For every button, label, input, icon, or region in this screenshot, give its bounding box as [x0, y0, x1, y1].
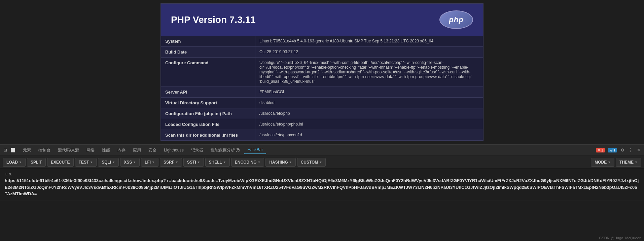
hackbar-btn-lfi[interactable]: LFI▼: [141, 158, 158, 167]
hackbar-mode-theme: MODE ▼ THEME ▼: [591, 158, 641, 167]
mode-button[interactable]: MODE ▼: [591, 158, 614, 167]
table-row: Configure Command'./configure' '--build=…: [161, 58, 483, 87]
hackbar-btn-arrow: ▼: [289, 161, 292, 164]
hackbar-btn-arrow: ▼: [152, 161, 155, 164]
phpinfo-table: SystemLinux bf705831e44b 5.4.0-163-gener…: [161, 36, 483, 141]
hackbar-btn-arrow: ▼: [223, 161, 226, 164]
table-row: Build DateOct 25 2019 03:27:12: [161, 47, 483, 58]
hackbar-btn-label: EXECUTE: [51, 160, 70, 165]
devtools-tab-Lighthouse[interactable]: Lighthouse: [160, 146, 187, 154]
devtools-tab-安全[interactable]: 安全: [145, 146, 160, 154]
devtools-tab-性能[interactable]: 性能: [99, 146, 113, 154]
row-value: Oct 25 2019 03:27:12: [255, 47, 483, 58]
devtools-tab-内存[interactable]: 内存: [114, 146, 129, 154]
phpinfo-title: PHP Version 7.3.11: [171, 14, 256, 25]
hackbar-btn-label: SPLIT: [31, 160, 42, 165]
device-icon[interactable]: ⬜: [10, 147, 15, 153]
theme-button[interactable]: THEME ▼: [616, 158, 641, 167]
hackbar-btn-arrow: ▼: [257, 161, 260, 164]
row-value: FPM/FastCGI: [255, 87, 483, 98]
hackbar-buttons: LOAD▼SPLITEXECUTETEST▼SQLI▼XSS▼LFI▼SSRF▼…: [3, 158, 326, 167]
row-label: Configuration File (php.ini) Path: [161, 108, 255, 119]
hackbar-btn-ssti[interactable]: SSTI▼: [183, 158, 204, 167]
row-label: Server API: [161, 87, 255, 98]
hackbar-btn-xss[interactable]: XSS▼: [120, 158, 140, 167]
devtools-tab-网络[interactable]: 网络: [83, 146, 98, 154]
hackbar-btn-label: LOAD: [6, 160, 18, 165]
url-value: https://1151cfdb-91b5-4e61-836b-3f90e93f…: [5, 177, 639, 197]
hackbar-btn-arrow: ▼: [19, 161, 22, 164]
row-value: /usr/local/etc/php/conf.d: [255, 130, 483, 141]
hackbar-btn-arrow: ▼: [112, 161, 115, 164]
table-row: Configuration File (php.ini) Path/usr/lo…: [161, 108, 483, 119]
hackbar-btn-label: HASHING: [269, 160, 288, 165]
hackbar-btn-hashing[interactable]: HASHING▼: [265, 158, 295, 167]
hackbar-btn-arrow: ▼: [133, 161, 136, 164]
row-value: './configure' '--build=x86_64-linux-musl…: [255, 58, 483, 87]
hackbar-btn-label: ENCODING: [235, 160, 257, 165]
row-label: Build Date: [161, 47, 255, 58]
mode-label: MODE: [595, 160, 607, 165]
devtools-tab-控制台[interactable]: 控制台: [35, 146, 54, 154]
hackbar-btn-arrow: ▼: [319, 161, 322, 164]
settings-icon[interactable]: ⚙: [620, 147, 625, 153]
hackbar-btn-arrow: ▼: [175, 161, 178, 164]
table-row: Loaded Configuration File/usr/local/etc/…: [161, 119, 483, 130]
devtools-bar: ⊡ ⬜ 元素控制台源代码/来源网络性能内存应用安全Lighthouse记录器性能…: [0, 144, 644, 156]
devtools-tab-HackBar[interactable]: HackBar: [244, 146, 266, 154]
hackbar-btn-execute[interactable]: EXECUTE: [47, 158, 74, 167]
row-value: Linux bf705831e44b 5.4.0-163-generic #18…: [255, 36, 483, 47]
row-value: /usr/local/etc/php: [255, 108, 483, 119]
url-section: URL https://1151cfdb-91b5-4e61-836b-3f90…: [0, 169, 644, 201]
phpinfo-container: PHP Version 7.3.11 php SystemLinux bf705…: [160, 3, 484, 141]
hackbar-btn-label: SSTI: [187, 160, 196, 165]
hackbar-btn-split[interactable]: SPLIT: [27, 158, 46, 167]
row-value: disabled: [255, 98, 483, 108]
hackbar-btn-label: SSRF: [164, 160, 174, 165]
table-row: SystemLinux bf705831e44b 5.4.0-163-gener…: [161, 36, 483, 47]
row-label: Loaded Configuration File: [161, 119, 255, 130]
table-row: Server APIFPM/FastCGI: [161, 87, 483, 98]
hackbar-btn-label: SHELL: [209, 160, 222, 165]
row-label: Configure Command: [161, 58, 255, 87]
theme-arrow: ▼: [635, 161, 638, 164]
bottom-bar-text: CSDN @Hugo_McQueen: [599, 236, 642, 240]
devtools-tab-应用[interactable]: 应用: [130, 146, 144, 154]
hackbar-btn-label: LFI: [145, 160, 151, 165]
hackbar-btn-test[interactable]: TEST▼: [75, 158, 97, 167]
devtools-tab-性能数据分析-乃[interactable]: 性能数据分析 乃: [207, 146, 243, 154]
devtools-bar-right: ✕ 1 🗨 1 ⚙ ⋮ ✕: [596, 147, 641, 153]
close-icon[interactable]: ✕: [636, 147, 641, 153]
hackbar-btn-encoding[interactable]: ENCODING▼: [231, 158, 264, 167]
devtools-tab-元素[interactable]: 元素: [20, 146, 34, 154]
php-logo: php: [439, 10, 473, 29]
devtools-tabs: 元素控制台源代码/来源网络性能内存应用安全Lighthouse记录器性能数据分析…: [20, 146, 266, 154]
row-label: Scan this dir for additional .ini files: [161, 130, 255, 141]
hackbar-btn-label: TEST: [79, 160, 89, 165]
row-value: /usr/local/etc/php/php.ini: [255, 119, 483, 130]
inspect-icon[interactable]: ⊡: [3, 147, 8, 153]
phpinfo-wrapper: PHP Version 7.3.11 php SystemLinux bf705…: [0, 0, 644, 144]
error-badge: ✕ 1: [596, 148, 605, 152]
hackbar-btn-load[interactable]: LOAD▼: [3, 158, 26, 167]
theme-label: THEME: [619, 160, 634, 165]
hackbar-btn-ssrf[interactable]: SSRF▼: [160, 158, 182, 167]
hackbar-btn-sqli[interactable]: SQLI▼: [98, 158, 119, 167]
devtools-icons: ⊡ ⬜: [3, 147, 15, 153]
more-icon[interactable]: ⋮: [628, 147, 633, 153]
phpinfo-header: PHP Version 7.3.11 php: [161, 4, 483, 36]
hackbar-btn-arrow: ▼: [90, 161, 93, 164]
message-badge: 🗨 1: [608, 148, 617, 152]
row-label: System: [161, 36, 255, 47]
devtools-tab-记录器[interactable]: 记录器: [188, 146, 207, 154]
hackbar-btn-shell[interactable]: SHELL▼: [205, 158, 230, 167]
hackbar-btn-arrow: ▼: [197, 161, 200, 164]
mode-arrow: ▼: [608, 161, 611, 164]
bottom-bar: CSDN @Hugo_McQueen: [597, 235, 644, 241]
hackbar-toolbar: LOAD▼SPLITEXECUTETEST▼SQLI▼XSS▼LFI▼SSRF▼…: [0, 156, 644, 169]
hackbar-btn-label: SQLI: [102, 160, 111, 165]
hackbar-btn-custom[interactable]: CUSTOM▼: [297, 158, 326, 167]
hackbar-btn-label: XSS: [124, 160, 132, 165]
row-label: Virtual Directory Support: [161, 98, 255, 108]
devtools-tab-源代码/来源[interactable]: 源代码/来源: [55, 146, 82, 154]
